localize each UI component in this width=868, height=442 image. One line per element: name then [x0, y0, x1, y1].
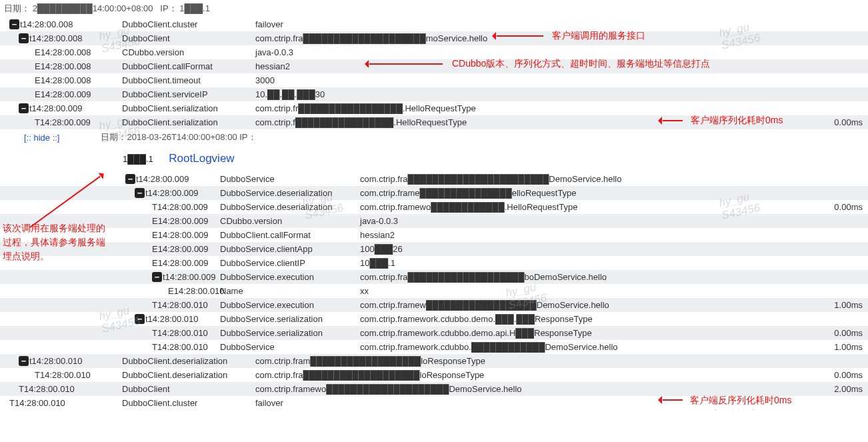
trace-value: com.ctrip.framew██████████████████DemoSe… — [360, 300, 821, 310]
arrow-icon — [663, 120, 683, 121]
trace-name: DubboService — [220, 342, 360, 352]
trace-value: com.ctrip.fra███████████████████boDemoSe… — [360, 272, 821, 282]
trace-value: com.ctrip.fra███████████████████████Demo… — [360, 174, 821, 184]
collapse-toggle[interactable]: − — [19, 356, 29, 366]
trace-name: DubboClient.timeout — [122, 75, 255, 85]
arrow-icon — [369, 63, 443, 65]
trace-row: E14:28:00.009DubboService.clientIP10███.… — [0, 256, 868, 270]
trace-name: DubboService.clientApp — [220, 244, 360, 254]
hide-link[interactable]: [:: hide ::] — [0, 133, 59, 143]
trace-name: DubboService.execution — [220, 272, 360, 282]
trace-row: T14:28:00.010DubboClient.deserialization… — [0, 368, 868, 382]
trace-duration: 0.00ms — [821, 202, 868, 212]
trace-value: com.ctrip.fr█████████████████.HelloReque… — [255, 103, 821, 113]
trace-name: DubboClient.callFormat — [220, 230, 360, 240]
trace-name: DubboClient.serialization — [122, 103, 255, 113]
timestamp: T14:28:00.010 — [152, 342, 208, 352]
trace-name: DubboService — [220, 174, 360, 184]
trace-row: −t14:28:00.010DubboClient.deserializatio… — [0, 354, 868, 368]
timestamp: E14:28:00.009 — [35, 89, 91, 99]
trace-name: DubboClient.cluster — [122, 398, 255, 408]
trace-row: E14:28:00.008DubboClient.timeout3000 — [0, 73, 868, 87]
trace-name: CDubbo.version — [122, 47, 255, 57]
trace-row: E14:28:00.008DubboClient.callFormathessi… — [0, 59, 868, 73]
trace-name: DubboService.serialization — [220, 328, 360, 338]
timestamp: T14:28:00.009 — [152, 202, 208, 212]
trace-row: T14:28:00.010DubboClientcom.ctrip.framew… — [0, 382, 868, 396]
annotation-service-interface: 客户端调用的服务接口 — [552, 30, 645, 42]
collapse-toggle[interactable]: − — [135, 188, 145, 198]
hide-row: [:: hide ::] 日期：2018-03-26T14:00:00+08:0… — [0, 129, 868, 145]
timestamp: t14:28:00.009 — [29, 103, 83, 113]
trace-value: com.ctrip.framework.cdubbo.████████████D… — [360, 342, 821, 352]
trace-value: failover — [255, 19, 821, 29]
trace-name: DubboClient — [122, 33, 255, 43]
collapse-toggle[interactable]: − — [152, 272, 162, 282]
trace-value: 10███.1 — [360, 258, 821, 268]
trace-name: DubboService.deserialization — [220, 202, 360, 212]
trace-row: −t14:28:00.009DubboService.deserializati… — [0, 186, 868, 200]
trace-name: DubboClient.cluster — [122, 19, 255, 29]
timestamp: T14:28:00.010 — [35, 370, 91, 380]
timestamp: T14:28:00.010 — [152, 300, 208, 310]
trace-name: DubboService.deserialization — [220, 188, 360, 198]
server-ip: 1███.1 — [123, 154, 153, 164]
trace-duration: 1.00ms — [821, 342, 868, 352]
page-header: 日期： 2█████████14:00:00+08:00 IP： 1███.1 — [0, 0, 868, 17]
timestamp: t14:28:00.009 — [163, 272, 216, 282]
trace-row: E14:28:00.009CDubbo.versionjava-0.0.3 — [0, 214, 868, 228]
timestamp: t14:28:00.009 — [145, 188, 199, 198]
trace-name: DubboClient.serviceIP — [122, 89, 255, 99]
timestamp: T14:28:00.009 — [35, 117, 91, 127]
collapse-toggle[interactable]: − — [19, 33, 29, 43]
date-label: 日期： — [4, 3, 30, 13]
timestamp: T14:28:00.010 — [19, 384, 75, 394]
trace-name: DubboClient.deserialization — [122, 370, 255, 380]
trace-name: DubboClient.serialization — [122, 117, 255, 127]
timestamp: t14:28:00.010 — [145, 314, 199, 324]
ip-label: IP： — [160, 3, 177, 13]
trace-row: −t14:28:00.008DubboClientcom.ctrip.fra██… — [0, 31, 868, 45]
collapse-toggle[interactable]: − — [19, 103, 29, 113]
trace-value: com.ctrip.fram██████████████████loRespon… — [255, 356, 821, 366]
trace-duration: 0.00ms — [821, 328, 868, 338]
timestamp: E14:28:00.008 — [35, 47, 91, 57]
trace-value: 10.██.██.███30 — [255, 89, 821, 99]
rootlogview-link[interactable]: RootLogview — [169, 152, 234, 165]
trace-name: DubboService.clientIP — [220, 258, 360, 268]
trace-name: DubboClient.deserialization — [122, 356, 255, 366]
date-value: 2█████████14:00:00+08:00 — [33, 3, 153, 13]
arrow-icon — [663, 399, 683, 401]
trace-value: java-0.0.3 — [255, 47, 821, 57]
trace-duration: 2.00ms — [821, 384, 868, 394]
trace-row: T14:28:00.010DubboServicecom.ctrip.frame… — [0, 340, 868, 354]
trace-row: −t14:28:00.009DubboServicecom.ctrip.fra█… — [0, 172, 868, 186]
timestamp: t14:28:00.008 — [29, 33, 83, 43]
annotation-server-process: 该次调用在服务端处理的过程，具体请参考服务端埋点说明。 — [3, 221, 113, 263]
annotation-deserialize-cost: 客户端反序列化耗时0ms — [690, 395, 791, 407]
trace-name: DubboClient.callFormat — [122, 61, 255, 71]
trace-value: hessian2 — [360, 230, 821, 240]
trace-name: CDubbo.version — [220, 216, 360, 226]
trace-name: DubboClient — [122, 384, 255, 394]
trace-value: com.ctrip.framework.cdubbo.demo.███.███R… — [360, 314, 821, 324]
collapse-toggle[interactable]: − — [135, 314, 145, 324]
trace-name: DubboService.serialization — [220, 314, 360, 324]
collapse-toggle[interactable]: − — [9, 19, 19, 29]
annotation-cdubbo-info: CDubbo版本、序列化方式、超时时间、服务端地址等信息打点 — [452, 58, 710, 70]
collapse-toggle[interactable]: − — [125, 174, 135, 184]
timestamp: E14:28:00.008 — [35, 75, 91, 85]
trace-row: E14:28:00.010Namexx — [0, 284, 868, 298]
trace-name: DubboService.execution — [220, 300, 360, 310]
trace-duration: 0.00ms — [821, 370, 868, 380]
trace-value: com.ctrip.fra███████████████████loRespon… — [255, 370, 821, 380]
trace-value: 3000 — [255, 75, 821, 85]
trace-row: E14:28:00.009DubboClient.serviceIP10.██.… — [0, 87, 868, 101]
ip-line: 1███.1 RootLogview — [0, 145, 868, 172]
trace-row: E14:28:00.008CDubbo.versionjava-0.0.3 — [0, 45, 868, 59]
sub-header: 日期：2018-03-26T14:00:00+08:00 IP： — [101, 131, 256, 143]
trace-row: −t14:28:00.010DubboService.serialization… — [0, 312, 868, 326]
trace-duration: 1.00ms — [821, 300, 868, 310]
trace-block-client: −t14:28:00.008DubboClient.clusterfailove… — [0, 17, 868, 129]
trace-row: −t14:28:00.009DubboClient.serializationc… — [0, 101, 868, 115]
